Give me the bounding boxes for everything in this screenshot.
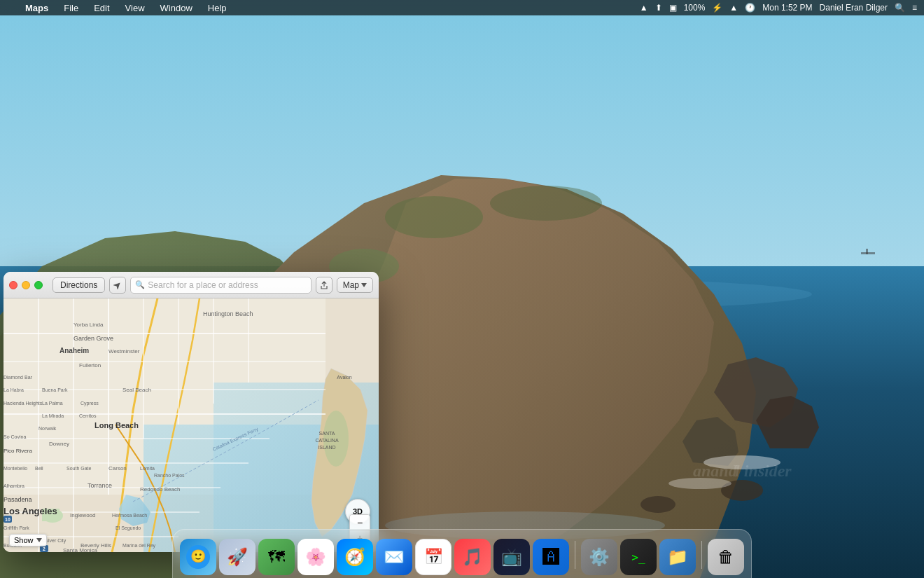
svg-rect-23 [866, 249, 868, 254]
svg-text:Carson: Carson [108, 465, 127, 472]
svg-text:2: 2 [43, 546, 46, 551]
location-arrow-icon [113, 281, 122, 289]
control-center-icon[interactable]: ▲ [729, 3, 738, 13]
dock-icon-mail[interactable]: ✉️ [376, 539, 412, 575]
svg-marker-27 [361, 283, 367, 287]
svg-text:Avalon: Avalon [337, 375, 351, 380]
maps-window: Directions 🔍 Search for a place or addre… [4, 272, 379, 552]
maximize-button[interactable] [34, 281, 43, 289]
svg-text:Los Angeles: Los Angeles [4, 506, 57, 516]
svg-text:Hermosa Beach: Hermosa Beach [112, 513, 147, 518]
svg-text:Huntington Beach: Huntington Beach [203, 310, 253, 317]
svg-text:Marina del Rey: Marina del Rey [122, 543, 156, 549]
battery-percentage: 100% [684, 3, 706, 13]
calendar-icon: 📅 [424, 548, 443, 566]
svg-text:Fullerton: Fullerton [79, 362, 101, 369]
dock-icon-files[interactable]: 📁 [659, 539, 696, 575]
dock-icon-music[interactable]: 🎵 [454, 539, 491, 575]
dock-icon-system-prefs[interactable]: ⚙️ [581, 539, 617, 575]
svg-text:Griffith Park: Griffith Park [4, 525, 29, 530]
svg-text:ISLAND: ISLAND [318, 445, 335, 450]
svg-text:La Palma: La Palma [42, 401, 63, 406]
view-menu[interactable]: View [122, 1, 148, 15]
svg-text:Yorba Linda: Yorba Linda [74, 322, 104, 328]
map-type-button[interactable]: Map [337, 277, 373, 293]
apple-menu[interactable] [6, 6, 11, 9]
svg-text:Buena Park: Buena Park [42, 387, 68, 392]
maps-app-icon: 🗺 [268, 547, 285, 567]
dock-icon-trash[interactable]: 🗑 [708, 539, 744, 575]
dock-icon-calendar[interactable]: 📅 [415, 539, 451, 575]
dock-icon-photos[interactable]: 🌸 [298, 539, 334, 575]
location-button[interactable] [109, 277, 126, 294]
photos-icon: 🌸 [305, 547, 326, 567]
dock-icon-launchpad[interactable]: 🚀 [219, 539, 255, 575]
svg-text:Santa Monica: Santa Monica [63, 547, 97, 552]
svg-text:Downey: Downey [49, 441, 69, 447]
svg-text:Torrance: Torrance [88, 482, 112, 489]
svg-text:Lomita: Lomita [140, 466, 155, 471]
dock-icon-safari[interactable]: 🧭 [337, 539, 373, 575]
dock-icon-tv[interactable]: 📺 [493, 539, 530, 575]
dock-icon-appstore[interactable]: 🅰 [533, 539, 569, 575]
airdrop-icon[interactable]: ⬆ [655, 3, 662, 13]
svg-text:l insider: l insider [735, 462, 792, 480]
svg-marker-102 [36, 538, 42, 542]
dock-icon-terminal[interactable]: >_ [620, 539, 657, 575]
screen-icon[interactable]: ▣ [669, 3, 677, 13]
show-label: Show [14, 536, 34, 544]
svg-point-12 [490, 186, 602, 221]
directions-button[interactable]: Directions [52, 277, 105, 293]
svg-point-11 [385, 196, 483, 238]
svg-text:Hacienda Heights: Hacienda Heights [4, 401, 43, 406]
launchpad-icon: 🚀 [227, 547, 248, 567]
window-menu[interactable]: Window [158, 1, 195, 15]
svg-text:🙂: 🙂 [190, 549, 206, 564]
svg-text:Anaheim: Anaheim [59, 347, 89, 355]
dock-icon-maps[interactable]: 🗺 [258, 539, 295, 575]
show-dropdown[interactable]: Show [9, 534, 47, 546]
svg-text:Seal Beach: Seal Beach [122, 387, 151, 393]
svg-text:South Gate: South Gate [66, 466, 92, 471]
finder-icon: 🙂 [186, 544, 211, 570]
svg-marker-26 [113, 281, 122, 289]
search-bar[interactable]: 🔍 Search for a place or address [130, 277, 311, 294]
minimize-button[interactable] [22, 281, 30, 289]
help-menu[interactable]: Help [205, 1, 230, 15]
svg-text:Cerritos: Cerritos [79, 413, 97, 418]
edit-menu[interactable]: Edit [91, 1, 112, 15]
search-icon[interactable]: 🔍 [895, 3, 905, 13]
wifi-icon[interactable]: ▲ [640, 3, 648, 13]
share-icon [320, 281, 328, 289]
menubar-left: Maps File Edit View Window Help [0, 1, 640, 15]
tv-icon: 📺 [501, 547, 522, 567]
trash-icon: 🗑 [718, 547, 734, 567]
svg-text:Alhambra: Alhambra [4, 483, 24, 488]
svg-text:Bell: Bell [35, 466, 43, 471]
svg-text:La Mirada: La Mirada [42, 413, 64, 418]
svg-text:Rancho Palos: Rancho Palos [154, 473, 185, 478]
notification-icon[interactable]: ≡ [912, 3, 917, 13]
search-placeholder: Search for a place or address [148, 280, 258, 290]
menubar: Maps File Edit View Window Help ▲ ⬆ ▣ 10… [0, 0, 924, 15]
svg-text:Norwalk: Norwalk [38, 426, 57, 431]
dock-icon-finder[interactable]: 🙂 [180, 539, 216, 575]
zoom-minus-button[interactable]: − [350, 515, 370, 530]
files-icon: 📁 [667, 547, 688, 567]
svg-text:La Habra: La Habra [4, 387, 24, 392]
svg-text:CATALINA: CATALINA [315, 438, 339, 443]
chevron-down-icon [361, 283, 367, 287]
datetime: Mon 1:52 PM [762, 3, 812, 13]
appstore-icon: 🅰 [542, 547, 559, 567]
svg-text:Garden Grove: Garden Grove [74, 335, 113, 342]
svg-text:10: 10 [5, 517, 10, 522]
clock-icon: 🕐 [745, 3, 755, 13]
svg-text:Westminster: Westminster [108, 348, 140, 355]
file-menu[interactable]: File [61, 1, 81, 15]
app-name-menu[interactable]: Maps [22, 1, 51, 15]
svg-text:So Covina: So Covina [4, 434, 26, 439]
svg-text:Cypress: Cypress [80, 401, 99, 406]
share-button[interactable] [316, 277, 332, 294]
close-button[interactable] [9, 281, 18, 289]
user-name[interactable]: Daniel Eran Dilger [820, 3, 888, 13]
